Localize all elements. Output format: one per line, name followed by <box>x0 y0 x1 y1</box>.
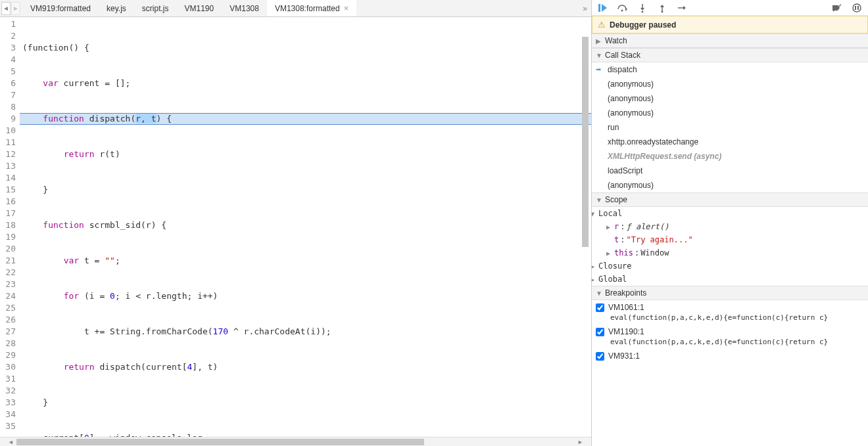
line-number[interactable]: 14 <box>0 172 16 184</box>
line-number[interactable]: 13 <box>0 160 16 172</box>
line-number[interactable]: 20 <box>0 243 16 255</box>
line-number[interactable]: 15 <box>0 184 16 196</box>
step-out-button[interactable] <box>656 2 668 14</box>
close-icon[interactable]: × <box>344 3 349 13</box>
vertical-scrollbar[interactable] <box>582 37 589 247</box>
tab-VM1308[interactable]: VM1308 <box>222 0 267 16</box>
svg-point-2 <box>621 9 623 11</box>
breakpoint-item[interactable]: VM931:1 <box>592 349 868 365</box>
line-number[interactable]: 31 <box>0 373 16 385</box>
line-number[interactable]: 27 <box>0 326 16 338</box>
code-editor[interactable]: 1234567891011121314151617181920212223242… <box>0 17 591 437</box>
paused-message: ⚠ Debugger paused <box>592 16 868 33</box>
breakpoint-item[interactable]: VM1061:1eval(function(p,a,c,k,e,d){e=fun… <box>592 300 868 324</box>
line-number[interactable]: 34 <box>0 409 16 420</box>
svg-marker-11 <box>683 6 686 10</box>
tab-prev-button[interactable]: ◄ <box>1 2 11 15</box>
line-number[interactable]: 21 <box>0 255 16 267</box>
breakpoint-checkbox[interactable] <box>596 352 604 361</box>
stack-frame[interactable]: (anonymous) <box>592 106 868 120</box>
scope-closure[interactable]: ▶Closure <box>592 259 868 273</box>
line-number[interactable]: 12 <box>0 148 16 160</box>
hscroll-right-icon[interactable]: ► <box>577 439 583 445</box>
line-number[interactable]: 8 <box>0 101 16 113</box>
line-number[interactable]: 22 <box>0 267 16 279</box>
line-number[interactable]: 10 <box>0 125 16 137</box>
stack-frame[interactable]: loadScript <box>592 164 868 178</box>
stack-frame[interactable]: xhttp.onreadystatechange <box>592 135 868 149</box>
line-number[interactable]: 16 <box>0 196 16 208</box>
line-number[interactable]: 24 <box>0 290 16 302</box>
line-number[interactable]: 2 <box>0 30 16 42</box>
source-panel: ◄ ► VM919:formattedkey.jsscript.jsVM1190… <box>0 0 592 446</box>
scope-var-this[interactable]: ▶this: Window <box>592 246 868 259</box>
line-number[interactable]: 33 <box>0 397 16 409</box>
breakpoint-list: VM1061:1eval(function(p,a,c,k,e,d){e=fun… <box>592 300 868 365</box>
warn-icon: ⚠ <box>598 20 606 30</box>
call-stack-list-2: loadScript(anonymous) <box>592 164 868 192</box>
line-number[interactable]: 9 <box>0 113 16 125</box>
line-number[interactable]: 19 <box>0 231 16 243</box>
step-over-button[interactable] <box>617 2 629 14</box>
tab-VM1308-formatted[interactable]: VM1308:formatted× <box>267 0 356 16</box>
horizontal-scrollbar[interactable]: ◄ ► <box>0 437 591 446</box>
line-number[interactable]: 5 <box>0 66 16 78</box>
line-number[interactable]: 23 <box>0 279 16 290</box>
call-stack-list: dispatch(anonymous)(anonymous)(anonymous… <box>592 62 868 149</box>
step-button[interactable] <box>676 2 688 14</box>
svg-rect-16 <box>857 6 859 10</box>
line-number[interactable]: 7 <box>0 89 16 101</box>
chevron-down-icon: ▼ <box>596 196 604 204</box>
hscroll-left-icon[interactable]: ◄ <box>8 439 14 445</box>
chevron-down-icon: ▼ <box>596 52 604 59</box>
pause-exceptions-button[interactable] <box>851 2 863 14</box>
debugger-panel: ⚠ Debugger paused ▶Watch ▼Call Stack dis… <box>592 0 868 446</box>
hscroll-thumb[interactable] <box>16 439 424 445</box>
line-number[interactable]: 28 <box>0 338 16 349</box>
scope-var-t[interactable]: t: "Try again..." <box>592 233 868 246</box>
line-number[interactable]: 29 <box>0 349 16 361</box>
stack-frame[interactable]: (anonymous) <box>592 178 868 192</box>
chevron-right-icon: ▶ <box>596 37 604 45</box>
tab-VM1190[interactable]: VM1190 <box>177 0 222 16</box>
section-callstack[interactable]: ▼Call Stack <box>592 48 868 62</box>
stack-frame[interactable]: (anonymous) <box>592 91 868 106</box>
section-scope[interactable]: ▼Scope <box>592 192 868 207</box>
stack-frame[interactable]: run <box>592 120 868 135</box>
step-into-button[interactable] <box>637 2 648 14</box>
section-breakpoints[interactable]: ▼Breakpoints <box>592 286 868 300</box>
resume-button[interactable] <box>597 2 609 14</box>
tab-overflow-button[interactable]: » <box>579 4 591 13</box>
code-content[interactable]: (function() { var current = []; function… <box>20 17 591 437</box>
tab-key-js[interactable]: key.js <box>99 0 134 16</box>
line-number[interactable]: 1 <box>0 18 16 30</box>
breakpoint-checkbox[interactable] <box>596 303 604 312</box>
line-number[interactable]: 35 <box>0 420 16 432</box>
line-number[interactable]: 26 <box>0 314 16 326</box>
line-number[interactable]: 17 <box>0 208 16 219</box>
line-number[interactable]: 6 <box>0 78 16 89</box>
scope-local[interactable]: ▼Local <box>592 207 868 220</box>
breakpoint-checkbox[interactable] <box>596 328 604 336</box>
deactivate-breakpoints-button[interactable] <box>831 2 843 14</box>
scope-var-r[interactable]: ▶r: ƒ alert() <box>592 220 868 233</box>
tab-next-button[interactable]: ► <box>11 2 20 15</box>
section-watch[interactable]: ▶Watch <box>592 33 868 48</box>
line-number[interactable]: 18 <box>0 219 16 231</box>
line-number[interactable]: 30 <box>0 361 16 373</box>
breakpoint-item[interactable]: VM1190:1eval(function(p,a,c,k,e,d){e=fun… <box>592 324 868 349</box>
svg-marker-1 <box>602 4 607 12</box>
chevron-down-icon: ▼ <box>596 290 604 297</box>
line-number[interactable]: 25 <box>0 302 16 314</box>
tab-nav: ◄ ► <box>0 2 22 15</box>
tab-VM919-formatted[interactable]: VM919:formatted <box>22 0 99 16</box>
tab-list: VM919:formattedkey.jsscript.jsVM1190VM13… <box>22 0 579 16</box>
stack-frame[interactable]: (anonymous) <box>592 77 868 91</box>
line-number[interactable]: 11 <box>0 137 16 148</box>
line-number[interactable]: 32 <box>0 385 16 397</box>
line-number[interactable]: 4 <box>0 54 16 66</box>
tab-script-js[interactable]: script.js <box>134 0 177 16</box>
stack-frame[interactable]: dispatch <box>592 62 868 77</box>
scope-global[interactable]: ▶Global <box>592 273 868 286</box>
line-number[interactable]: 3 <box>0 42 16 54</box>
